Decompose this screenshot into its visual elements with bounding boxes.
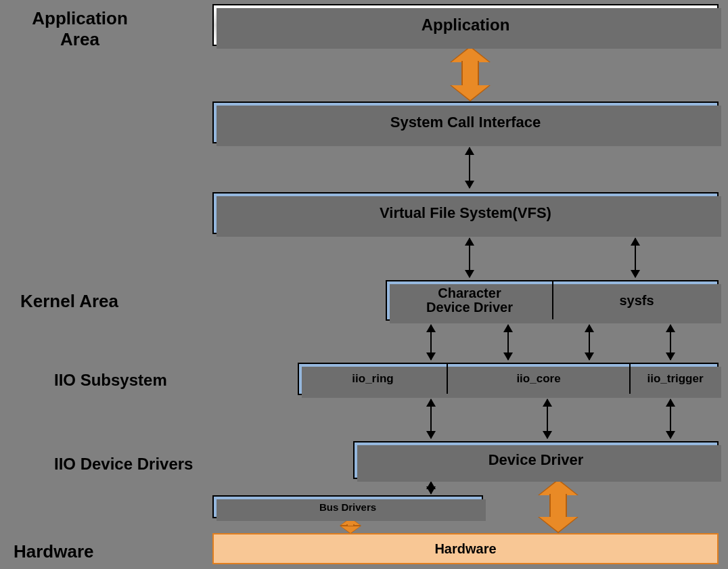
- arrow-vfs-to-chardev: [469, 238, 470, 277]
- box-device-driver: Device Driver: [353, 441, 719, 479]
- box-iio-core: iio_core: [448, 364, 631, 394]
- box-sci-text: System Call Interface: [390, 114, 541, 131]
- arrow-chardev-to-iioring: [430, 325, 432, 360]
- box-iio-ring: iio_ring: [299, 364, 448, 394]
- box-sysfs: sysfs: [553, 281, 720, 319]
- arrow-sysfs-to-iiocore: [589, 325, 590, 360]
- box-iio-trigger: iio_trigger: [631, 364, 720, 394]
- arrow-chardev-to-iiocore: [507, 325, 509, 360]
- arrow-dd-to-bus: [430, 482, 432, 494]
- arrow-dd-to-hw: [538, 480, 578, 532]
- box-bus-drivers: Bus Drivers: [212, 495, 483, 518]
- label-hardware: Hardware: [14, 541, 94, 562]
- label-iio-subsystem: IIO Subsystem: [54, 371, 167, 390]
- iio-ring-text: iio_ring: [352, 372, 393, 386]
- arrow-iiotrigger-to-dd: [670, 399, 671, 438]
- char-dev-line1: Character: [438, 286, 501, 300]
- box-chardev-sysfs-row: Character Device Driver sysfs: [386, 280, 719, 321]
- arrow-vfs-to-sysfs: [635, 238, 636, 277]
- bus-drivers-text: Bus Drivers: [319, 501, 376, 513]
- iio-trigger-text: iio_trigger: [647, 372, 703, 386]
- device-driver-text: Device Driver: [488, 451, 584, 469]
- arrow-app-to-sci: [450, 47, 491, 100]
- hardware-text: Hardware: [434, 541, 496, 557]
- sysfs-text: sysfs: [619, 293, 654, 309]
- iio-core-text: iio_core: [516, 372, 560, 386]
- box-hardware: Hardware: [212, 533, 719, 564]
- arrow-iiocore-to-dd: [547, 399, 548, 438]
- arrow-sci-to-vfs: [469, 147, 470, 188]
- arrow-iioring-to-dd: [430, 399, 432, 438]
- box-system-call-interface: System Call Interface: [212, 101, 719, 143]
- box-iio-row: iio_ring iio_core iio_trigger: [298, 363, 719, 395]
- label-iio-device-drivers: IIO Device Drivers: [54, 455, 193, 474]
- box-vfs-text: Virtual File System(VFS): [380, 204, 551, 222]
- box-vfs: Virtual File System(VFS): [212, 192, 719, 234]
- arrow-sysfs-to-iiotrigger: [670, 325, 671, 360]
- char-dev-line2: Device Driver: [426, 300, 513, 315]
- box-application: Application: [212, 4, 719, 46]
- box-application-text: Application: [422, 16, 510, 35]
- label-application-area: Application Area: [12, 8, 147, 50]
- label-kernel-area: Kernel Area: [20, 291, 118, 312]
- box-char-device-driver: Character Device Driver: [387, 281, 553, 319]
